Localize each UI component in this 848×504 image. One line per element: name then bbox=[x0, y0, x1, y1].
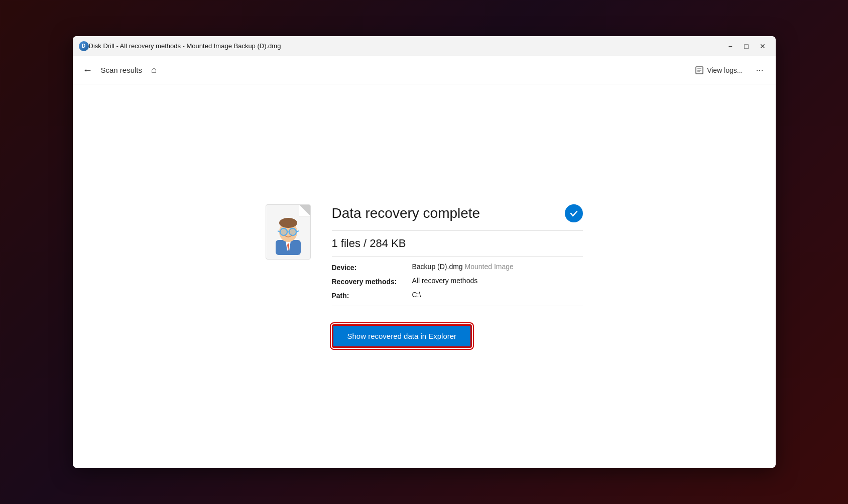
minimize-button[interactable]: − bbox=[723, 39, 738, 53]
svg-point-8 bbox=[279, 218, 297, 228]
device-label: Device: bbox=[332, 263, 412, 272]
divider-1 bbox=[332, 230, 583, 231]
avatar-illustration bbox=[271, 215, 306, 255]
app-icon: D bbox=[79, 41, 89, 51]
path-value: C:\ bbox=[412, 291, 583, 300]
title-bar: D Disk Drill - All recovery methods - Mo… bbox=[73, 36, 776, 56]
back-button[interactable]: ← bbox=[81, 62, 95, 78]
recovery-methods-label: Recovery methods: bbox=[332, 277, 412, 286]
main-content: Data recovery complete 1 files / 284 KB … bbox=[73, 84, 776, 468]
recovery-card: Data recovery complete 1 files / 284 KB … bbox=[246, 184, 603, 368]
info-panel: Data recovery complete 1 files / 284 KB … bbox=[332, 204, 583, 348]
file-illustration bbox=[266, 204, 316, 265]
toolbar-left: ← Scan results ⌂ bbox=[81, 62, 690, 78]
divider-2 bbox=[332, 256, 583, 257]
more-button[interactable]: ··· bbox=[752, 63, 767, 77]
show-explorer-button[interactable]: Show recovered data in Explorer bbox=[332, 324, 472, 348]
svg-point-11 bbox=[281, 229, 286, 234]
scan-results-label: Scan results bbox=[101, 66, 143, 74]
recovery-header: Data recovery complete bbox=[332, 204, 583, 222]
recovery-title: Data recovery complete bbox=[332, 205, 480, 221]
files-count: 1 files / 284 KB bbox=[332, 237, 583, 250]
details-grid: Device: Backup (D).dmg Mounted Image Rec… bbox=[332, 263, 583, 300]
file-fold bbox=[299, 205, 310, 216]
logs-icon bbox=[695, 66, 704, 75]
close-button[interactable]: ✕ bbox=[756, 39, 770, 53]
file-page bbox=[266, 204, 311, 260]
maximize-button[interactable]: □ bbox=[740, 39, 754, 53]
view-logs-label: View logs... bbox=[707, 66, 743, 74]
main-window: D Disk Drill - All recovery methods - Mo… bbox=[73, 36, 776, 468]
recovery-methods-value: All recovery methods bbox=[412, 277, 583, 286]
device-value: Backup (D).dmg Mounted Image bbox=[412, 263, 583, 272]
home-button[interactable]: ⌂ bbox=[148, 62, 160, 78]
path-label: Path: bbox=[332, 291, 412, 300]
device-name: Backup (D).dmg bbox=[412, 263, 463, 271]
divider-3 bbox=[332, 306, 583, 306]
toolbar: ← Scan results ⌂ View logs... ··· bbox=[73, 56, 776, 84]
checkmark-icon bbox=[569, 208, 579, 218]
view-logs-button[interactable]: View logs... bbox=[690, 63, 748, 78]
window-controls: − □ ✕ bbox=[723, 39, 770, 53]
window-title: Disk Drill - All recovery methods - Moun… bbox=[89, 42, 723, 50]
toolbar-right: View logs... ··· bbox=[690, 63, 767, 78]
check-circle-icon bbox=[565, 204, 583, 222]
device-type: Mounted Image bbox=[465, 263, 514, 271]
svg-point-12 bbox=[290, 229, 295, 234]
